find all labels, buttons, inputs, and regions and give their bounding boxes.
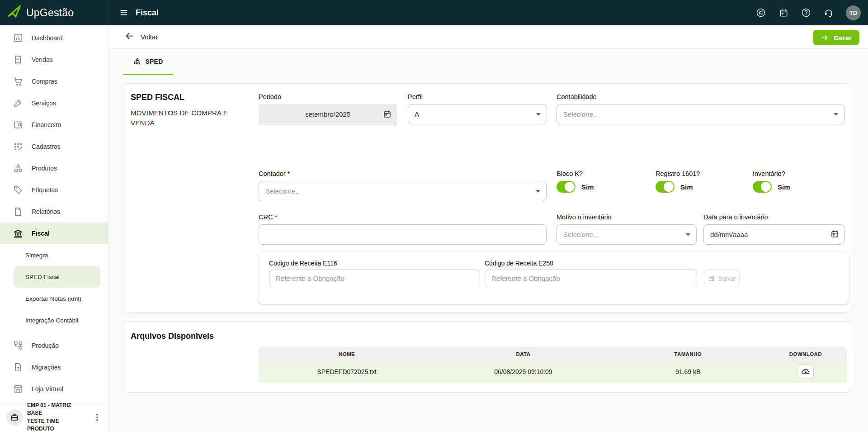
wallet-icon [13, 119, 24, 130]
sidebar-item-cadastros[interactable]: Cadastros [0, 136, 108, 157]
file-date: 06/08/2025 09:10:09 [435, 361, 611, 383]
cloud-download-icon [801, 367, 810, 376]
file-size: 91.69 kB [612, 361, 764, 383]
upgestao-logo-icon [6, 4, 22, 21]
brand[interactable]: UpGestão [0, 0, 108, 25]
contador-select[interactable]: Selecione... [259, 181, 547, 201]
app-header: UpGestão Fiscal TD [0, 0, 868, 25]
shapes-icon [13, 163, 24, 174]
contador-label: Contador * [259, 170, 547, 177]
calendar-icon[interactable] [383, 110, 392, 120]
data-inventario-input[interactable] [703, 224, 844, 245]
save-icon [708, 275, 715, 282]
col-download: DOWNLOAD [764, 347, 847, 361]
motivo-inventario-label: Motivo o inventário [557, 213, 697, 221]
file-name: SPEDEFD072025.txt [259, 361, 435, 383]
perfil-label: Perfil [408, 93, 547, 100]
page-toolbar: Voltar Gerar [108, 25, 868, 49]
tab-bar: SPED [108, 49, 868, 75]
sidebar-item-relatorios[interactable]: Relatórios [0, 201, 108, 223]
main-content: Voltar Gerar SPED SPED FISCAL MOVIMENTOS… [108, 25, 868, 431]
col-data: DATA [435, 347, 611, 361]
file-icon [13, 206, 24, 217]
briefcase-icon [6, 409, 23, 426]
calendar-icon[interactable] [778, 7, 789, 18]
arrow-right-icon [821, 33, 829, 42]
contabilidade-select[interactable]: Selecione... [557, 104, 844, 124]
codigos-receita-panel: Código de Receita E116 Código de Receita… [259, 252, 849, 304]
tab-sped[interactable]: SPED [123, 49, 173, 75]
sidebar-subitem-sintegra[interactable]: Sintegra [0, 244, 108, 266]
sped-fiscal-card: SPED FISCAL MOVIMENTOS DE COMPRA E VENDA… [123, 83, 851, 313]
bloco-k-toggle[interactable] [557, 181, 576, 193]
form-subtitle: MOVIMENTOS DE COMPRA E VENDA [131, 108, 239, 128]
user-avatar[interactable]: TD [846, 5, 861, 20]
receipt-icon [13, 54, 24, 65]
arquivos-card: Arquivos Disponiveis NOME DATA TAMANHO D… [123, 321, 851, 393]
table-header-row: NOME DATA TAMANHO DOWNLOAD [259, 347, 847, 361]
back-button[interactable]: Voltar [125, 31, 158, 43]
sidebar-subitem-integracao-contabil[interactable]: Integração Contábil [0, 309, 108, 331]
codigo-e250-label: Código de Receita E250 [485, 260, 697, 267]
gerar-button[interactable]: Gerar [813, 30, 859, 45]
sidebar-item-produtos[interactable]: Produtos [0, 157, 108, 179]
sidebar-item-loja-virtual[interactable]: Loja Virtual [0, 378, 108, 400]
wrench-icon [13, 98, 24, 109]
crc-label: CRC * [259, 213, 547, 221]
sidebar-subitem-sped-fiscal[interactable]: SPED Fiscal [14, 266, 100, 288]
shapes-icon [133, 57, 142, 66]
sidebar: Dashboard Vendas Compras Serviços Financ… [0, 25, 108, 431]
codigo-e116-input[interactable] [269, 270, 480, 287]
sidebar-item-vendas[interactable]: Vendas [0, 49, 108, 71]
download-button[interactable] [797, 365, 814, 379]
help-icon[interactable] [801, 7, 811, 18]
chevron-down-icon [536, 113, 541, 116]
back-arrow-icon [125, 31, 134, 43]
sidebar-item-dashboard[interactable]: Dashboard [0, 27, 108, 49]
dashboard-icon [13, 33, 24, 43]
inventario-label: Inventário? [753, 170, 790, 177]
files-table: NOME DATA TAMANHO DOWNLOAD SPEDEFD072025… [259, 347, 847, 383]
file-upload-icon [13, 362, 24, 373]
support-headset-icon[interactable] [823, 7, 834, 18]
bloco-k-label: Bloco K? [557, 170, 594, 177]
tag-icon [13, 185, 24, 195]
inventario-toggle[interactable] [753, 181, 772, 193]
cart-icon [13, 76, 24, 87]
periodo-label: Periodo [259, 93, 397, 100]
data-inventario-label: Data para o inventário [703, 213, 844, 221]
form-title: SPED FISCAL [131, 93, 244, 102]
periodo-input[interactable]: setembro/2025 [259, 104, 397, 124]
table-row: SPEDEFD072025.txt 06/08/2025 09:10:09 91… [259, 361, 847, 383]
codigo-e116-label: Código de Receita E116 [269, 260, 480, 267]
codigo-e250-input[interactable] [485, 270, 697, 287]
salvar-button[interactable]: Salvar [704, 270, 740, 287]
sidebar-subitem-exportar-notas[interactable]: Exportar Notas (xml) [0, 288, 108, 309]
workflow-icon [13, 340, 24, 351]
sidebar-item-migracoes[interactable]: Migrações [0, 356, 108, 378]
storefront-icon [13, 384, 24, 394]
contabilidade-label: Contabilidade [557, 93, 844, 100]
sidebar-item-financeiro[interactable]: Financeiro [0, 114, 108, 136]
arquivos-title: Arquivos Disponiveis [131, 332, 214, 341]
bank-icon [13, 228, 24, 239]
company-menu-icon[interactable]: ⋮ [90, 411, 104, 424]
sidebar-item-compras[interactable]: Compras [0, 71, 108, 92]
crc-input[interactable] [259, 224, 547, 245]
announcement-icon[interactable] [755, 7, 766, 18]
company-selector[interactable]: EMP 01 - MATRIZ BASE TESTE TIME PRODUTO … [0, 403, 108, 431]
chevron-down-icon [686, 233, 690, 236]
hamburger-menu-icon[interactable] [118, 7, 129, 18]
motivo-inventario-select[interactable]: Selecione... [557, 224, 697, 245]
sidebar-item-producao[interactable]: Produção [0, 335, 108, 356]
chevron-down-icon [834, 113, 838, 116]
sidebar-item-fiscal[interactable]: Fiscal [0, 223, 108, 244]
module-title: Fiscal [136, 8, 159, 18]
col-tamanho: TAMANHO [612, 347, 764, 361]
sidebar-item-etiquetas[interactable]: Etiquetas [0, 179, 108, 201]
registro-1601-toggle[interactable] [656, 181, 675, 193]
calendar-icon[interactable] [830, 230, 839, 240]
brand-name: UpGestão [26, 7, 74, 19]
sidebar-item-servicos[interactable]: Serviços [0, 92, 108, 114]
perfil-select[interactable]: A [408, 104, 547, 124]
